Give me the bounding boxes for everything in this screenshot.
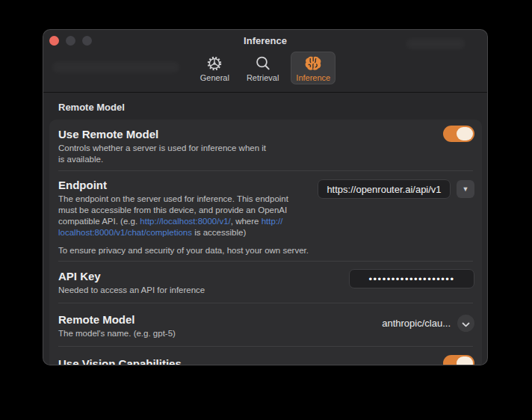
tab-retrieval[interactable]: Retrieval bbox=[241, 52, 284, 84]
remote-model-dropdown-button[interactable] bbox=[457, 315, 474, 332]
row-remote-model: Remote Model The model's name. (e.g. gpt… bbox=[49, 303, 482, 346]
row-use-remote-model: Use Remote Model Controls whether a serv… bbox=[49, 120, 482, 170]
section-header: Remote Model bbox=[58, 102, 487, 113]
api-key-description: Needed to access an API for inference bbox=[58, 285, 342, 296]
row-api-key: API Key Needed to access an API for infe… bbox=[49, 262, 482, 303]
remote-model-value: anthropic/clau... bbox=[382, 318, 451, 329]
use-remote-model-toggle[interactable] bbox=[443, 126, 474, 142]
use-vision-title: Use Vision Capabilities bbox=[58, 356, 443, 366]
triangle-down-icon: ▼ bbox=[463, 185, 469, 193]
api-key-input[interactable]: ••••••••••••••••••• bbox=[349, 269, 474, 288]
settings-card: Use Remote Model Controls whether a serv… bbox=[49, 120, 482, 365]
row-endpoint: Endpoint The endpoint on the server used… bbox=[49, 171, 482, 261]
toggle-knob bbox=[457, 127, 473, 140]
tab-inference-label: Inference bbox=[296, 73, 330, 82]
endpoint-description: The endpoint on the server used for infe… bbox=[58, 194, 318, 238]
settings-content: Remote Model Use Remote Model Controls w… bbox=[43, 93, 487, 365]
row-use-vision: Use Vision Capabilities bbox=[49, 347, 482, 365]
traffic-lights bbox=[49, 36, 92, 46]
brain-icon bbox=[304, 55, 323, 72]
use-vision-toggle[interactable] bbox=[443, 355, 474, 365]
remote-model-description: The model's name. (e.g. gpt-5) bbox=[58, 328, 342, 339]
tab-inference[interactable]: Inference bbox=[291, 52, 335, 84]
chevron-down-icon bbox=[462, 317, 470, 330]
endpoint-link-1[interactable]: http://localhost:8000/v1/ bbox=[140, 217, 230, 226]
api-key-title: API Key bbox=[58, 269, 349, 283]
zoom-button[interactable] bbox=[82, 36, 92, 46]
use-remote-model-description: Controls whether a server is used for in… bbox=[58, 143, 342, 165]
use-remote-model-title: Use Remote Model bbox=[58, 127, 443, 141]
gear-icon bbox=[206, 55, 223, 72]
toggle-knob bbox=[457, 356, 473, 365]
settings-window: Inference General bbox=[43, 29, 488, 365]
tab-retrieval-label: Retrieval bbox=[247, 73, 279, 82]
close-button[interactable] bbox=[49, 36, 59, 46]
tab-general[interactable]: General bbox=[195, 52, 235, 84]
minimize-button[interactable] bbox=[66, 36, 75, 46]
blurred-artifact bbox=[406, 39, 465, 49]
title-bar: Inference General bbox=[43, 30, 487, 93]
toolbar-tabs: General Retrieval Infere bbox=[43, 52, 487, 84]
search-icon bbox=[255, 55, 271, 72]
endpoint-input[interactable]: https://openrouter.ai/api/v1 bbox=[318, 179, 451, 199]
endpoint-title: Endpoint bbox=[58, 178, 318, 192]
remote-model-title: Remote Model bbox=[58, 312, 382, 327]
tab-general-label: General bbox=[200, 73, 229, 82]
endpoint-dropdown-button[interactable]: ▼ bbox=[457, 180, 474, 198]
endpoint-desc-text: is accessible) bbox=[192, 228, 246, 237]
endpoint-desc-text: , where bbox=[231, 217, 262, 226]
endpoint-note: To ensure privacy and security of your d… bbox=[58, 245, 318, 256]
